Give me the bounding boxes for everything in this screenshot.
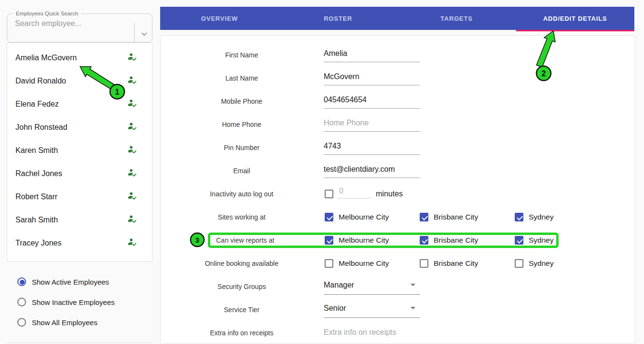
- form-row-home-phone: Home Phone: [161, 113, 635, 136]
- inactivity-checkbox[interactable]: [325, 190, 333, 198]
- search-divider: [134, 23, 135, 42]
- dropdown-arrow-icon: [411, 284, 415, 286]
- mobile-phone-input[interactable]: [324, 95, 420, 109]
- employee-name: Rachel Jones: [15, 169, 62, 178]
- radio-button-icon[interactable]: [17, 298, 26, 306]
- radio-button-icon[interactable]: [17, 277, 26, 286]
- field-label: First Name: [161, 43, 323, 67]
- security-groups-select[interactable]: Manager: [324, 280, 420, 295]
- checkbox-label: Sydney: [529, 236, 554, 245]
- field-label: Can view reports at: [161, 229, 323, 252]
- form-row-email: Email: [161, 159, 635, 182]
- person-check-icon[interactable]: [127, 191, 137, 203]
- list-item[interactable]: John Ronstead: [7, 116, 152, 139]
- checkbox-label: Brisbane City: [434, 236, 478, 245]
- radio-label: Show Inactive Employees: [32, 298, 115, 306]
- employee-tabbar: OVERVIEW ROSTER TARGETS ADD/EDIT DETAILS: [160, 7, 634, 30]
- form-row-inactivity-logout: Inactivity auto log out minutes: [161, 182, 635, 206]
- person-check-icon[interactable]: [127, 75, 137, 87]
- sidebar-divider: [7, 343, 152, 343]
- form-row-last-name: Last Name: [161, 67, 635, 90]
- view-reports-melbourne-checkbox[interactable]: [325, 236, 333, 245]
- employee-filter-group: Show Active Employees Show Inactive Empl…: [7, 272, 152, 332]
- person-check-icon[interactable]: [127, 122, 137, 133]
- employee-name: John Ronstead: [15, 123, 68, 132]
- radio-show-active-employees[interactable]: Show Active Employees: [7, 272, 152, 292]
- extra-info-input[interactable]: Extra info on receipts: [324, 328, 396, 336]
- tab-overview[interactable]: OVERVIEW: [160, 7, 279, 30]
- email-input[interactable]: [324, 164, 420, 178]
- person-check-icon[interactable]: [127, 237, 137, 249]
- list-item[interactable]: David Ronaldo: [7, 69, 152, 93]
- field-label: Email: [161, 159, 323, 182]
- tab-targets[interactable]: TARGETS: [397, 7, 516, 30]
- employee-name: Karen Smith: [15, 146, 58, 155]
- last-name-input[interactable]: [324, 71, 420, 85]
- sites-working-melbourne-checkbox[interactable]: [325, 213, 333, 221]
- radio-button-icon[interactable]: [17, 318, 26, 327]
- employee-name: Amelia McGovern: [15, 54, 77, 62]
- radio-show-inactive-employees[interactable]: Show Inactive Employees: [7, 292, 152, 312]
- checkbox-label: Brisbane City: [434, 213, 478, 221]
- employee-name: David Ronaldo: [15, 77, 66, 85]
- online-booking-melbourne-checkbox[interactable]: [325, 259, 333, 268]
- employee-name: Tracey Jones: [15, 239, 61, 248]
- list-item[interactable]: Karen Smith: [7, 139, 152, 162]
- radio-label: Show All Employees: [32, 318, 97, 327]
- person-check-icon[interactable]: [127, 214, 137, 226]
- field-label: Mobile Phone: [161, 90, 323, 113]
- field-label: Online booking available: [161, 252, 323, 275]
- service-tier-select[interactable]: Senior: [324, 303, 420, 318]
- selected-value: Manager: [324, 281, 354, 289]
- checkbox-label: Sydney: [529, 213, 554, 221]
- form-row-service-tier: Service Tier Senior: [161, 298, 635, 321]
- employee-list: Amelia McGovern David Ronaldo Elena Fede…: [7, 42, 152, 262]
- checkbox-label: Melbourne City: [339, 213, 389, 221]
- list-item[interactable]: Tracey Jones: [7, 232, 152, 255]
- inactivity-minutes-input[interactable]: [338, 187, 371, 199]
- field-label: Extra info on receipts: [161, 321, 323, 344]
- list-item[interactable]: Robert Starr: [7, 185, 152, 208]
- radio-show-all-employees[interactable]: Show All Employees: [7, 312, 152, 332]
- checkbox-label: Melbourne City: [339, 236, 389, 245]
- pin-number-input[interactable]: [324, 141, 420, 155]
- form-row-can-view-reports-at: Can view reports at Melbourne City Brisb…: [161, 229, 635, 252]
- employee-name: Elena Fedez: [15, 100, 59, 109]
- form-row-mobile-phone: Mobile Phone: [161, 90, 635, 113]
- form-row-online-booking: Online booking available Melbourne City …: [161, 252, 635, 275]
- field-label: Last Name: [161, 67, 323, 90]
- field-label: Security Groups: [161, 275, 323, 298]
- employee-name: Sarah Smith: [15, 216, 58, 224]
- radio-label: Show Active Employees: [32, 278, 109, 286]
- form-row-first-name: First Name: [161, 43, 635, 67]
- sites-working-sydney-checkbox[interactable]: [515, 213, 523, 221]
- list-item[interactable]: Amelia McGovern: [7, 46, 152, 69]
- tab-roster[interactable]: ROSTER: [279, 7, 397, 30]
- list-item[interactable]: Rachel Jones: [7, 162, 152, 185]
- online-booking-sydney-checkbox[interactable]: [515, 259, 523, 268]
- person-check-icon[interactable]: [127, 168, 137, 179]
- checkbox-label: Sydney: [529, 259, 554, 268]
- field-label: Inactivity auto log out: [161, 182, 323, 206]
- person-check-icon[interactable]: [127, 145, 137, 156]
- form-row-security-groups: Security Groups Manager: [161, 275, 635, 298]
- field-label: Sites working at: [161, 206, 323, 229]
- search-input[interactable]: [15, 19, 121, 28]
- employees-quick-search: Employees Quick Search: [7, 11, 152, 42]
- person-check-icon[interactable]: [127, 98, 137, 110]
- list-item[interactable]: Sarah Smith: [7, 208, 152, 232]
- sites-working-brisbane-checkbox[interactable]: [420, 213, 428, 221]
- add-edit-details-panel: First Name Last Name Mobile Phone Home P…: [160, 35, 635, 344]
- form-row-pin-number: Pin Number: [161, 136, 635, 159]
- first-name-input[interactable]: [324, 48, 420, 62]
- home-phone-input[interactable]: [324, 118, 420, 132]
- list-item[interactable]: Elena Fedez: [7, 93, 152, 116]
- online-booking-brisbane-checkbox[interactable]: [420, 259, 428, 268]
- dropdown-arrow-icon: [411, 307, 415, 309]
- view-reports-sydney-checkbox[interactable]: [515, 236, 523, 245]
- person-check-icon[interactable]: [127, 52, 137, 64]
- chevron-down-icon[interactable]: [141, 29, 148, 38]
- form-row-extra-info: Extra info on receipts Extra info on rec…: [161, 321, 635, 344]
- tab-add-edit-details[interactable]: ADD/EDIT DETAILS: [516, 7, 634, 30]
- view-reports-brisbane-checkbox[interactable]: [420, 236, 428, 245]
